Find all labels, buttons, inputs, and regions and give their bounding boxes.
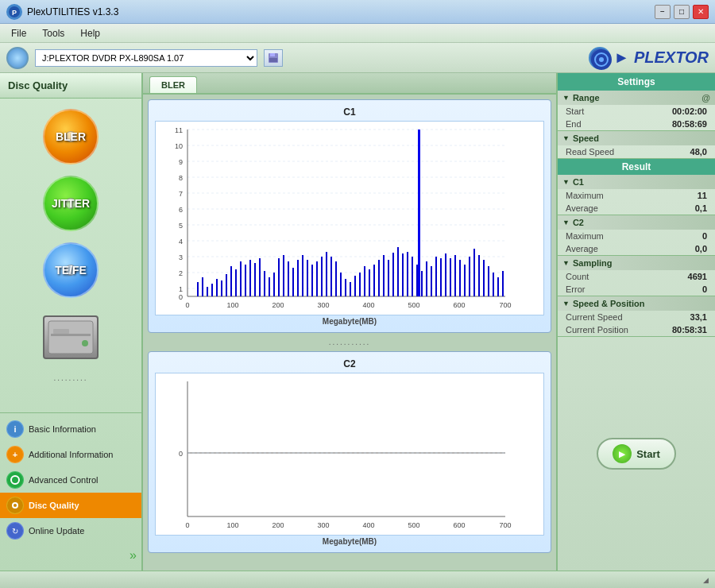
- disc-btn-drive[interactable]: [27, 305, 114, 369]
- svg-rect-64: [235, 269, 237, 296]
- dots-separator-1: .........: [53, 372, 87, 384]
- c2-average-label: Average: [566, 244, 598, 253]
- svg-rect-111: [418, 130, 420, 296]
- plextor-logo: ► PLEXTOR: [589, 47, 709, 69]
- c1-collapse-icon[interactable]: ▼: [562, 178, 570, 186]
- app-title: PlexUTILITIES v1.3.3: [27, 6, 118, 17]
- svg-rect-82: [321, 257, 323, 296]
- read-speed-value: 48,0: [690, 147, 707, 157]
- speed-position-label: Speed & Position: [573, 299, 644, 308]
- drive-icon: [6, 47, 29, 69]
- menu-help[interactable]: Help: [72, 26, 108, 41]
- settings-sampling-section: ▼ Sampling Count 4691 Error 0: [558, 256, 715, 296]
- svg-rect-118: [488, 266, 489, 296]
- svg-point-10: [82, 340, 88, 346]
- settings-range-section: ▼ Range @ Start 00:02:00 End 80:58:69: [558, 91, 715, 131]
- disc-btn-bler[interactable]: BLER: [27, 105, 114, 168]
- svg-rect-101: [412, 257, 413, 296]
- svg-rect-114: [469, 257, 470, 296]
- sidebar-item-advanced[interactable]: Advanced Control: [0, 467, 141, 493]
- svg-rect-8: [48, 321, 93, 354]
- speed-label: Speed: [573, 133, 599, 143]
- svg-text:600: 600: [453, 521, 465, 529]
- nav-section: i Basic Information + Additional Informa…: [0, 412, 141, 571]
- speed-collapse-icon[interactable]: ▼: [562, 134, 570, 142]
- settings-range-start-row: Start 00:02:00: [558, 105, 715, 118]
- start-button[interactable]: ▶ Start: [597, 438, 676, 470]
- svg-rect-11: [53, 329, 69, 334]
- disc-icons-section: BLER JITTER TE/FE: [0, 99, 141, 412]
- online-update-icon: ↻: [6, 522, 24, 540]
- charts-section: C1: [143, 95, 556, 571]
- sampling-collapse-icon[interactable]: ▼: [562, 259, 570, 267]
- tab-bar: BLER: [143, 73, 556, 95]
- svg-rect-68: [254, 263, 256, 296]
- start-button-icon: ▶: [613, 444, 632, 463]
- current-speed-label: Current Speed: [566, 312, 623, 322]
- svg-text:↻: ↻: [12, 527, 18, 536]
- svg-text:600: 600: [453, 301, 465, 309]
- save-button[interactable]: [264, 49, 283, 67]
- close-button[interactable]: ✕: [693, 5, 709, 19]
- svg-rect-112: [459, 260, 461, 296]
- menu-file[interactable]: File: [3, 26, 34, 41]
- c2-average-row: Average 0,0: [558, 242, 715, 255]
- svg-text:0: 0: [179, 293, 183, 301]
- disc-bler-label: BLER: [56, 130, 86, 143]
- svg-rect-3: [270, 53, 275, 56]
- chart-c1-svg: 11 10 9 8 7 6 5 4 3 2 1 0 0 100: [156, 122, 513, 312]
- sidebar-item-online-update[interactable]: ↻ Online Update: [0, 518, 141, 544]
- sidebar-item-basic[interactable]: i Basic Information: [0, 416, 141, 442]
- svg-text:5: 5: [179, 222, 183, 230]
- online-update-label: Online Update: [29, 526, 84, 536]
- svg-text:200: 200: [272, 301, 284, 309]
- sidebar-header: Disc Quality: [0, 73, 141, 99]
- menu-tools[interactable]: Tools: [34, 26, 72, 41]
- svg-text:2: 2: [179, 269, 183, 277]
- current-position-row: Current Position 80:58:31: [558, 323, 715, 336]
- svg-rect-71: [269, 277, 270, 296]
- svg-rect-92: [369, 269, 370, 296]
- drivebar: J:PLEXTOR DVDR PX-L890SA 1.07 ► PLEXTOR: [0, 43, 715, 73]
- svg-rect-67: [249, 260, 251, 296]
- disc-drive-icon: [43, 315, 99, 359]
- sidebar-item-disc-quality[interactable]: Disc Quality: [0, 493, 141, 518]
- svg-rect-100: [407, 252, 408, 296]
- svg-rect-56: [197, 282, 199, 296]
- range-collapse-icon[interactable]: ▼: [562, 94, 570, 102]
- svg-rect-66: [245, 265, 246, 296]
- chart-c1-title: C1: [155, 106, 544, 118]
- svg-rect-94: [378, 260, 380, 296]
- content-area: BLER C1: [143, 73, 556, 571]
- disc-btn-jitter[interactable]: JITTER: [27, 172, 114, 235]
- settings-speed-section: ▼ Speed Read Speed 48,0: [558, 131, 715, 159]
- window-controls: − □ ✕: [655, 5, 709, 19]
- additional-info-label: Additional Information: [29, 450, 113, 459]
- svg-text:100: 100: [226, 521, 238, 529]
- svg-rect-4: [269, 58, 277, 62]
- main-layout: Disc Quality BLER JITTER TE/: [0, 73, 715, 571]
- tab-bler[interactable]: BLER: [149, 76, 197, 93]
- nav-arrow-icon[interactable]: »: [129, 548, 137, 563]
- range-at-icon[interactable]: @: [701, 93, 710, 103]
- disc-btn-tefe[interactable]: TE/FE: [27, 238, 114, 302]
- sidebar-item-additional[interactable]: + Additional Information: [0, 442, 141, 467]
- svg-rect-65: [240, 261, 242, 296]
- statusbar: ◢: [0, 571, 715, 588]
- speed-pos-collapse-icon[interactable]: ▼: [562, 300, 570, 308]
- svg-rect-9: [51, 334, 91, 336]
- drive-select[interactable]: J:PLEXTOR DVDR PX-L890SA 1.07: [35, 49, 257, 67]
- minimize-button[interactable]: −: [655, 5, 671, 19]
- svg-rect-58: [207, 287, 208, 296]
- chart-c1-container: C1: [148, 99, 551, 333]
- svg-text:0: 0: [185, 521, 189, 529]
- basic-info-icon: i: [6, 420, 24, 438]
- svg-text:7: 7: [179, 190, 183, 198]
- maximize-button[interactable]: □: [674, 5, 690, 19]
- svg-text:200: 200: [272, 521, 284, 529]
- svg-rect-98: [397, 247, 399, 296]
- svg-rect-108: [445, 253, 446, 296]
- c2-result-label: C2: [573, 218, 584, 227]
- svg-rect-80: [311, 265, 313, 296]
- c2-collapse-icon[interactable]: ▼: [562, 219, 570, 226]
